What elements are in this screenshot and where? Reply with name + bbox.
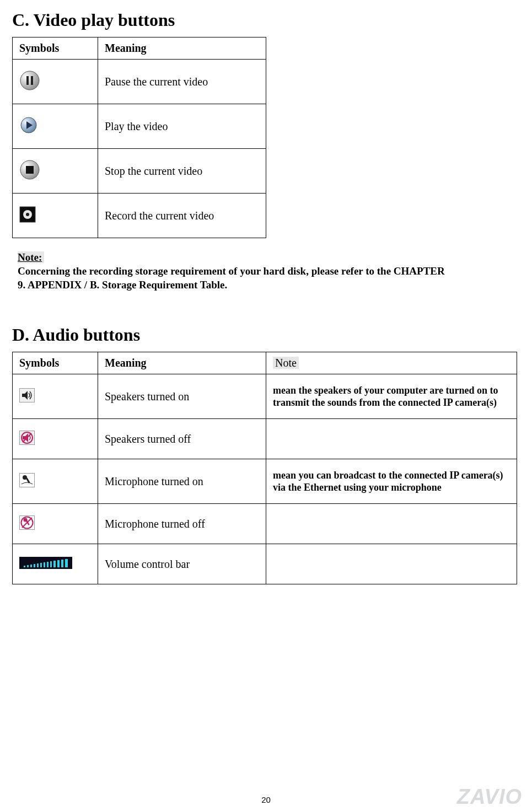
svg-rect-32	[47, 562, 49, 567]
svg-rect-35	[57, 560, 60, 567]
microphone-off-icon	[19, 515, 35, 533]
svg-point-9	[26, 213, 29, 216]
section-d-title: D. Audio buttons	[12, 325, 520, 345]
meaning-text: Pause the current video	[98, 60, 266, 104]
svg-rect-26	[27, 565, 29, 567]
svg-rect-36	[61, 560, 63, 567]
table-row: Record the current video	[13, 194, 266, 238]
th-meaning: Meaning	[98, 352, 266, 374]
svg-rect-33	[50, 561, 52, 567]
meaning-text: Microphone turned off	[98, 504, 266, 544]
svg-rect-28	[34, 564, 35, 567]
page-number: 20	[0, 795, 532, 804]
svg-rect-2	[31, 76, 33, 85]
meaning-text: Stop the current video	[98, 149, 266, 194]
svg-rect-30	[40, 563, 42, 567]
note-block: Note: Concerning the recording storage r…	[18, 251, 520, 292]
svg-point-0	[20, 71, 39, 90]
table-row: Stop the current video	[13, 149, 266, 194]
microphone-on-icon	[19, 473, 35, 490]
meaning-text: Speakers turned off	[98, 419, 266, 459]
record-icon	[19, 206, 36, 225]
meaning-text: Volume control bar	[98, 544, 266, 584]
table-row: Pause the current video	[13, 60, 266, 104]
note-desc: mean you can broadcast to the connected …	[273, 469, 510, 494]
meaning-text: Play the video	[98, 104, 266, 149]
th-symbols: Symbols	[13, 352, 98, 374]
svg-rect-6	[26, 166, 34, 174]
svg-rect-1	[26, 76, 29, 85]
svg-rect-37	[65, 559, 68, 567]
audio-buttons-table: Symbols Meaning Note Speakers turned on …	[12, 352, 517, 584]
svg-rect-27	[30, 565, 32, 567]
speaker-on-icon	[19, 388, 35, 405]
video-buttons-table: Symbols Meaning	[12, 37, 266, 238]
meaning-text: Record the current video	[98, 194, 266, 238]
table-row: Speakers turned off	[13, 419, 517, 459]
meaning-text: Speakers turned on	[98, 374, 266, 419]
table-row: Microphone turned on mean you can broadc…	[13, 459, 517, 504]
th-meaning: Meaning	[98, 37, 266, 60]
table-row: Microphone turned off	[13, 504, 517, 544]
note-desc: mean the speakers of your computer are t…	[273, 384, 510, 409]
speaker-off-icon	[19, 431, 35, 448]
svg-rect-29	[37, 563, 39, 567]
meaning-text: Microphone turned on	[98, 459, 266, 504]
th-symbols: Symbols	[13, 37, 98, 60]
play-icon	[19, 116, 38, 137]
pause-icon	[19, 70, 40, 94]
section-c-title: C. Video play buttons	[12, 10, 520, 30]
table-row: Speakers turned on mean the speakers of …	[13, 374, 517, 419]
svg-rect-31	[44, 562, 45, 567]
note-label: Note:	[18, 251, 44, 263]
th-note: Note	[266, 352, 517, 374]
brand-logo: ZAVIO	[457, 785, 522, 809]
svg-rect-25	[24, 566, 25, 567]
table-row: Play the video	[13, 104, 266, 149]
svg-rect-34	[53, 561, 56, 567]
stop-icon	[19, 159, 40, 183]
table-row: Volume control bar	[13, 544, 517, 584]
volume-bar-icon	[19, 557, 72, 572]
note-text: Concerning the recording storage require…	[18, 265, 448, 292]
